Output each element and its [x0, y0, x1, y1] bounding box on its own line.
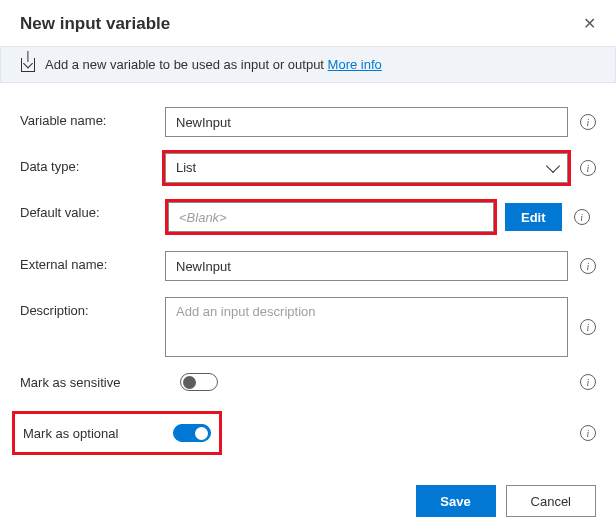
default-value-display: <Blank> [168, 202, 494, 232]
close-icon: ✕ [583, 15, 596, 32]
description-label: Description: [20, 297, 155, 318]
info-icon[interactable]: i [580, 258, 596, 274]
save-button[interactable]: Save [416, 485, 496, 517]
info-icon[interactable]: i [580, 425, 596, 441]
external-name-label: External name: [20, 251, 155, 272]
info-icon[interactable]: i [580, 374, 596, 390]
info-icon[interactable]: i [574, 209, 590, 225]
data-type-label: Data type: [20, 153, 155, 174]
mark-sensitive-label: Mark as sensitive [20, 375, 180, 390]
download-icon [21, 58, 35, 72]
more-info-link[interactable]: More info [328, 57, 382, 72]
info-icon[interactable]: i [580, 160, 596, 176]
info-icon[interactable]: i [580, 319, 596, 335]
default-value-label: Default value: [20, 199, 155, 220]
external-name-input[interactable] [165, 251, 568, 281]
info-icon[interactable]: i [580, 114, 596, 130]
mark-optional-label: Mark as optional [15, 426, 173, 441]
mark-sensitive-toggle[interactable] [180, 373, 218, 391]
info-text: Add a new variable to be used as input o… [45, 57, 324, 72]
data-type-value: List [165, 153, 568, 183]
close-button[interactable]: ✕ [583, 16, 596, 32]
description-input[interactable] [165, 297, 568, 357]
mark-optional-toggle[interactable] [173, 424, 211, 442]
data-type-select[interactable]: List [165, 153, 568, 183]
dialog-title: New input variable [20, 14, 170, 34]
cancel-button[interactable]: Cancel [506, 485, 596, 517]
variable-name-label: Variable name: [20, 107, 155, 128]
variable-name-input[interactable] [165, 107, 568, 137]
edit-button[interactable]: Edit [505, 203, 562, 231]
info-bar: Add a new variable to be used as input o… [0, 46, 616, 83]
